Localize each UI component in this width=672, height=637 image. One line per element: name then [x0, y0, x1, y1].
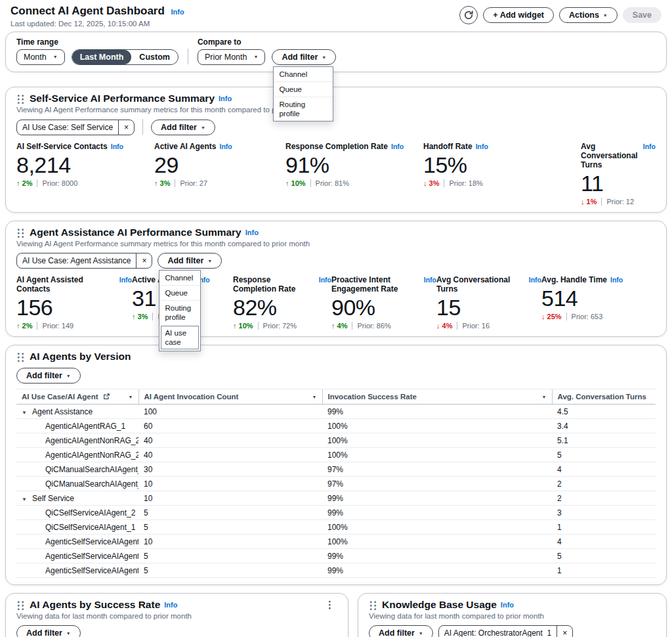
metric-prior: Prior: 81% [310, 179, 349, 187]
trend-arrow-icon: ↓ [423, 179, 427, 187]
table-row[interactable]: ▼Agent Assistance 100 99% 4.5 [16, 405, 656, 419]
row-expand-caret-icon[interactable]: ▼ [22, 410, 32, 416]
add-widget-button[interactable]: + Add widget [483, 7, 554, 23]
filter-token: AI Use Case: Agent Assistance × [16, 253, 152, 269]
success-rate-add-filter-button[interactable]: Add filter ▼ [16, 625, 81, 637]
self-service-add-filter-button[interactable]: Add filter ▼ [151, 120, 215, 135]
dropdown-menu-item[interactable]: Channel [274, 67, 333, 81]
cell-conversation-turns: 5.1 [552, 433, 656, 448]
trend-percent: 10% [291, 179, 306, 187]
metric-value: 90% [331, 295, 436, 320]
info-link[interactable]: Info [643, 143, 656, 150]
drag-handle-icon[interactable] [16, 600, 25, 610]
global-add-filter-button[interactable]: Add filter ▼ [272, 49, 336, 65]
refresh-button[interactable] [459, 6, 478, 24]
success-rate-title: AI Agents by Success Rate [30, 599, 160, 611]
cell-success-rate: 100% [322, 419, 552, 433]
dropdown-menu-item[interactable]: Routing profile [274, 97, 333, 121]
info-link[interactable]: Info [164, 601, 177, 609]
table-row[interactable]: AgenticAIAgentNonRAG_2 40 100% 5 [16, 448, 656, 462]
save-button[interactable]: Save [623, 7, 662, 23]
segment-last-month[interactable]: Last Month [72, 50, 132, 64]
table-row[interactable]: AgenticAIAgentNonRAG_2 40 100% 5.1 [16, 433, 656, 448]
compare-to-select[interactable]: Prior Month ▼ [198, 49, 266, 65]
kebab-menu-icon[interactable]: ⋮ [322, 599, 337, 611]
column-header-invocation-count[interactable]: AI Agent Invocation Count ▼ [138, 389, 322, 405]
agents-by-version-add-filter-button[interactable]: Add filter ▼ [16, 368, 81, 384]
token-close-icon[interactable]: × [118, 120, 134, 135]
table-row[interactable]: QiCManualSearchAIAgent_1 30 97% 4 [16, 462, 656, 477]
metric-trend: ↑ 10% Prior: 81% [285, 179, 423, 187]
info-link[interactable]: Info [529, 276, 541, 284]
info-link[interactable]: Info [424, 276, 436, 284]
metric-trend: ↓ 25% Prior: 653 [541, 313, 656, 320]
metric-value: 91% [285, 152, 423, 177]
metric-trend: ↑ 3% Prior: 27 [154, 179, 285, 187]
info-link[interactable]: Info [245, 229, 259, 236]
drag-handle-icon[interactable] [16, 228, 25, 238]
column-header-ai-use-case[interactable]: AI Use Case/AI Agent ▼ [16, 389, 138, 405]
metric: Avg Conversational Turns Info 15 ↓ 4% Pr… [436, 275, 541, 330]
kb-usage-add-filter-button[interactable]: Add filter ▼ [369, 625, 433, 637]
dropdown-menu-item[interactable]: Queue [274, 81, 333, 97]
dropdown-menu-item[interactable]: Routing profile [159, 300, 200, 324]
row-expand-caret-icon[interactable]: ▼ [22, 496, 32, 502]
info-link[interactable]: Info [391, 143, 404, 150]
column-filter-caret-icon[interactable]: ▼ [129, 395, 133, 399]
dropdown-menu-item[interactable]: Channel [159, 271, 200, 285]
info-link[interactable]: Info [219, 143, 232, 150]
info-link[interactable]: Info [119, 276, 132, 284]
cell-invocation-count: 10 [138, 535, 322, 549]
table-row[interactable]: QiCSelfServiceAIAgent_2 5 99% 3 [16, 506, 656, 520]
table-row[interactable]: QiCSelfServiceAIAgent_1 5 100% 1 [16, 520, 656, 535]
cell-invocation-count: 40 [138, 448, 322, 462]
cell-invocation-count: 40 [138, 433, 322, 448]
dashboard-body: Time range Month ▼ Last Month Custom Com… [0, 32, 672, 637]
drag-handle-icon[interactable] [16, 352, 25, 362]
trend-arrow-icon: ↑ [16, 322, 20, 330]
info-link[interactable]: Info [171, 8, 184, 16]
dropdown-menu-item[interactable]: AI use case [161, 326, 199, 349]
agent-assistance-add-filter-button[interactable]: Add filter ▼ [158, 253, 222, 269]
row-name: AgenticSelfServiceAIAgent_2 [45, 552, 138, 561]
trend-arrow-icon: ↓ [436, 322, 440, 330]
token-close-icon[interactable]: × [556, 626, 572, 637]
caret-down-icon: ▼ [419, 628, 423, 637]
table-row[interactable]: ▼Self Service 10 99% 2 [16, 491, 656, 506]
cell-success-rate: 99% [322, 491, 552, 506]
info-link[interactable]: Info [476, 143, 488, 150]
metric-prior: Prior: 16 [457, 322, 490, 330]
info-link[interactable]: Info [319, 276, 331, 284]
table-row[interactable]: AgenticSelfServiceAIAgent_3 5 99% 1 [16, 563, 656, 578]
info-link[interactable]: Info [610, 276, 623, 284]
trend-arrow-icon: ↑ [16, 179, 20, 187]
table-row[interactable]: AgenticAIAgentRAG_1 60 100% 3.4 [16, 419, 656, 433]
segment-custom[interactable]: Custom [131, 50, 178, 64]
agent-assistance-add-filter-dropdown: Channel Queue Routing profile AI use cas… [159, 270, 201, 351]
agent-assistance-summary-card: Agent Assistance AI Performance Summary … [5, 221, 667, 337]
info-link[interactable]: Info [219, 95, 232, 102]
dropdown-menu-item[interactable]: Queue [159, 285, 200, 300]
drag-handle-icon[interactable] [16, 94, 25, 104]
time-range-select[interactable]: Month ▼ [16, 49, 65, 65]
self-service-subtitle: Viewing AI Agent Performance summary met… [16, 106, 656, 114]
trend-percent: 3% [160, 179, 171, 187]
metric: Avg. Handle Time Info 514 ↓ 25% Prior: 6… [541, 275, 656, 330]
column-header-conversation-turns[interactable]: Avg. Conversation Turns [552, 389, 656, 405]
column-header-success-rate[interactable]: Invocation Success Rate ▼ [322, 389, 552, 405]
caret-down-icon: ▼ [207, 256, 212, 267]
metric: Response Completion Rate Info 91% ↑ 10% … [285, 142, 423, 206]
drag-handle-icon[interactable] [369, 600, 377, 610]
info-link[interactable]: Info [111, 143, 123, 150]
table-row[interactable]: QiCManualSearchAIAgent_2 10 97% 2 [16, 477, 656, 491]
info-link[interactable]: Info [501, 601, 514, 609]
table-row[interactable]: AgenticSelfServiceAIAgent_2 5 99% 5 [16, 549, 656, 563]
token-close-icon[interactable]: × [136, 253, 152, 268]
table-row[interactable]: AgenticSelfServiceAIAgent_1 10 100% 4 [16, 535, 656, 549]
metric: AI Agent Assisted Contacts Info 156 ↑ 2%… [16, 275, 132, 330]
column-filter-caret-icon[interactable]: ▼ [312, 395, 317, 399]
actions-button[interactable]: Actions ▼ [559, 7, 618, 23]
column-filter-caret-icon[interactable]: ▼ [542, 395, 547, 399]
cell-success-rate: 100% [322, 433, 552, 448]
cell-success-rate: 100% [322, 448, 552, 462]
